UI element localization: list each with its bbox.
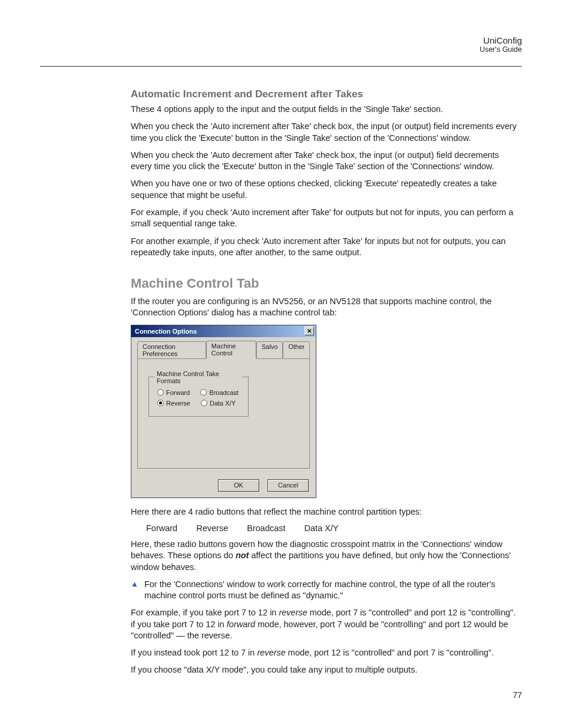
radio-dataxy[interactable]: Data X/Y [201, 400, 236, 407]
body-text: These 4 options apply to the input and t… [131, 104, 522, 115]
body-text: When you check the 'Auto decrement after… [131, 150, 522, 173]
note-text: For the 'Connections' window to work cor… [144, 579, 522, 602]
radio-icon [201, 400, 207, 406]
list-item: Reverse [196, 523, 228, 533]
body-text: For another example, if you check 'Auto … [131, 236, 522, 259]
dialog-body: Connection Preferences Machine Control S… [131, 337, 316, 475]
list-item: Data X/Y [305, 523, 339, 533]
radio-forward[interactable]: Forward [157, 389, 190, 396]
body-text: Here, these radio buttons govern how the… [131, 539, 522, 573]
note-marker-icon: ▲ [131, 579, 138, 589]
radio-reverse[interactable]: Reverse [157, 400, 190, 407]
section-heading-machine-control: Machine Control Tab [131, 276, 522, 291]
body-text: If the router you are configuring is an … [131, 296, 522, 319]
radio-icon [157, 389, 164, 396]
connection-options-dialog: Connection Options ✕ Connection Preferen… [131, 325, 316, 498]
close-icon[interactable]: ✕ [305, 327, 314, 335]
page-header: UniConfig User's Guide [480, 35, 522, 54]
body-text: If you instead took port 12 to 7 in reve… [131, 647, 522, 658]
header-rule [40, 66, 522, 67]
tab-machine-control[interactable]: Machine Control [206, 341, 256, 358]
fieldset-legend: Machine Control Take Formats [155, 370, 242, 384]
body-text: When you have one or two of these option… [131, 178, 522, 201]
tab-connection-preferences[interactable]: Connection Preferences [137, 341, 206, 359]
page-number: 77 [513, 690, 522, 700]
dialog-tabs: Connection Preferences Machine Control S… [137, 341, 310, 358]
list-item: Forward [146, 523, 177, 533]
partition-types-list: Forward Reverse Broadcast Data X/Y [146, 523, 522, 533]
body-text: For example, if you check 'Auto incremen… [131, 207, 522, 230]
tab-salvo[interactable]: Salvo [256, 341, 283, 359]
fieldset-take-formats: Machine Control Take Formats Forward Bro… [148, 370, 249, 417]
tab-other[interactable]: Other [283, 341, 310, 359]
radio-broadcast[interactable]: Broadcast [200, 389, 239, 396]
list-item: Broadcast [247, 523, 285, 533]
body-text: When you check the 'Auto increment after… [131, 121, 522, 144]
radio-icon [200, 389, 207, 396]
cancel-button[interactable]: Cancel [267, 479, 309, 492]
note: ▲ For the 'Connections' window to work c… [131, 579, 522, 602]
dialog-buttons: OK Cancel [131, 475, 316, 498]
content: Automatic Increment and Decrement after … [131, 88, 522, 676]
radio-icon [157, 400, 164, 406]
header-title: UniConfig [480, 35, 522, 45]
header-subtitle: User's Guide [480, 45, 522, 54]
dialog-titlebar: Connection Options ✕ [131, 325, 316, 337]
section-heading-auto-increment: Automatic Increment and Decrement after … [131, 88, 522, 100]
dialog-tabpanel: Machine Control Take Formats Forward Bro… [137, 358, 310, 469]
page: UniConfig User's Guide Automatic Increme… [0, 0, 562, 728]
body-text: For example, if you take port 7 to 12 in… [131, 607, 522, 641]
dialog-title: Connection Options [135, 328, 197, 335]
body-text: Here there are 4 radio buttons that refl… [131, 506, 522, 518]
body-text: If you choose "data X/Y mode", you could… [131, 664, 522, 676]
ok-button[interactable]: OK [218, 479, 259, 492]
